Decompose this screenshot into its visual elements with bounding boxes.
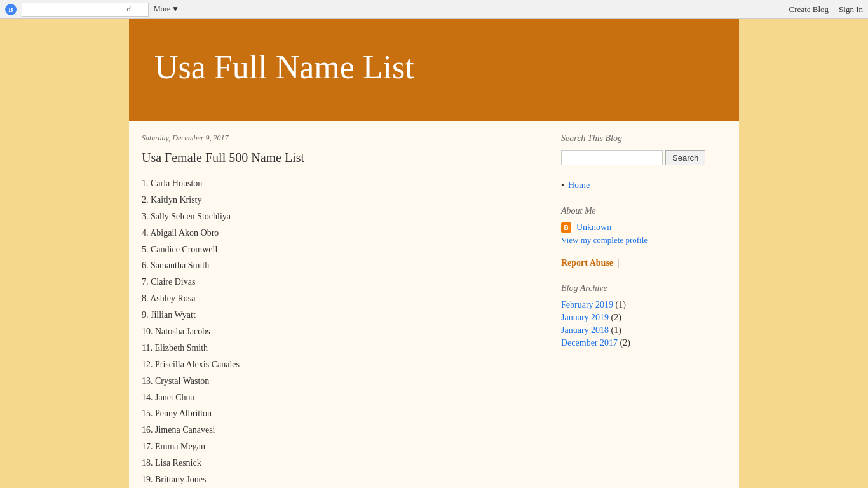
archive-heading: Blog Archive	[561, 283, 726, 294]
archive-link[interactable]: January 2019	[561, 313, 609, 322]
archive-count: (2)	[618, 338, 630, 348]
archive-item: January 2018 (1)	[561, 325, 726, 336]
list-item: 8. Ashley Rosa	[142, 290, 542, 307]
list-item: 16. Jimena Canavesi	[142, 422, 542, 438]
archive-count: (2)	[609, 313, 621, 322]
post-title: Usa Female Full 500 Name List	[142, 151, 542, 165]
main-container: Usa Full Name List Saturday, December 9,…	[129, 19, 739, 488]
list-item: 12. Priscilla Alexis Canales	[142, 356, 542, 373]
list-item: 1. Carla Houston	[142, 175, 542, 192]
list-item: 10. Natosha Jacobs	[142, 323, 542, 340]
navbar-search-input[interactable]	[25, 5, 126, 14]
unknown-profile-link[interactable]: Unknown	[576, 222, 611, 233]
blog-posts: Saturday, December 9, 2017 Usa Female Fu…	[142, 133, 561, 488]
report-abuse-link[interactable]: Report Abuse	[561, 258, 613, 268]
archive-count: (1)	[609, 325, 621, 335]
list-item: 13. Crystal Waston	[142, 373, 542, 390]
navbar-search-box[interactable]: ☌	[22, 3, 149, 17]
archive-item: December 2017 (2)	[561, 338, 726, 348]
list-item: 7. Claire Divas	[142, 274, 542, 290]
about-me-row: B Unknown	[561, 222, 726, 233]
archive-link[interactable]: December 2017	[561, 338, 618, 348]
list-item: 14. Janet Chua	[142, 390, 542, 406]
report-abuse-section: Report Abuse	[561, 258, 726, 268]
navbar-search-icon: ☌	[126, 5, 131, 13]
list-item: 18. Lisa Resnick	[142, 455, 542, 471]
search-input[interactable]	[561, 150, 663, 165]
archive-count: (1)	[613, 300, 626, 309]
report-divider	[618, 259, 619, 268]
archive-link[interactable]: January 2018	[561, 325, 609, 335]
name-list: 1. Carla Houston2. Kaitlyn Kristy3. Sall…	[142, 175, 542, 488]
list-item: 2. Kaitlyn Kristy	[142, 192, 542, 208]
list-item: 19. Brittany Jones	[142, 471, 542, 488]
sidebar: Search This Blog Search Home	[561, 133, 726, 488]
view-profile-link[interactable]: View my complete profile	[561, 235, 726, 245]
blog-header: Usa Full Name List	[129, 19, 739, 121]
home-link[interactable]: Home	[568, 180, 590, 191]
navbar: B ☌ More ▼ Create Blog Sign In	[0, 0, 868, 19]
archive-list: February 2019 (1)January 2019 (2)January…	[561, 300, 726, 348]
chevron-down-icon: ▼	[172, 4, 179, 14]
list-item: 6. Samantha Smith	[142, 257, 542, 274]
about-heading: About Me	[561, 206, 726, 216]
search-heading: Search This Blog	[561, 133, 726, 144]
navbar-more[interactable]: More ▼	[154, 4, 179, 14]
sign-in-link[interactable]: Sign In	[839, 4, 863, 15]
archive-item: February 2019 (1)	[561, 300, 726, 310]
list-item: 15. Penny Albritton	[142, 405, 542, 422]
search-box: Search	[561, 150, 726, 165]
navbar-right: Create Blog Sign In	[789, 4, 863, 15]
archive-link[interactable]: February 2019	[561, 300, 613, 309]
nav-item-home[interactable]: Home	[561, 180, 726, 191]
search-button[interactable]: Search	[665, 150, 705, 165]
archive-item: January 2019 (2)	[561, 313, 726, 323]
content-area: Saturday, December 9, 2017 Usa Female Fu…	[129, 121, 739, 488]
list-item: 11. Elizbeth Smith	[142, 340, 542, 356]
list-item: 17. Emma Megan	[142, 438, 542, 455]
list-item: 9. Jillian Wyatt	[142, 307, 542, 323]
nav-list: Home	[561, 180, 726, 191]
archive-section: Blog Archive February 2019 (1)January 20…	[561, 283, 726, 348]
create-blog-link[interactable]: Create Blog	[789, 4, 829, 15]
sidebar-nav: Home	[561, 180, 726, 191]
post-date: Saturday, December 9, 2017	[142, 133, 542, 143]
list-item: 3. Sally Selcen Stochliya	[142, 208, 542, 225]
list-item: 5. Candice Cromwell	[142, 241, 542, 258]
about-section: About Me B Unknown View my complete prof…	[561, 206, 726, 245]
search-section: Search This Blog Search	[561, 133, 726, 165]
list-item: 4. Abigail Akon Obro	[142, 225, 542, 241]
blog-title: Usa Full Name List	[154, 48, 414, 86]
blogger-logo: B	[5, 4, 17, 15]
page-wrapper: Usa Full Name List Saturday, December 9,…	[0, 19, 868, 488]
blogger-icon: B	[561, 222, 571, 233]
